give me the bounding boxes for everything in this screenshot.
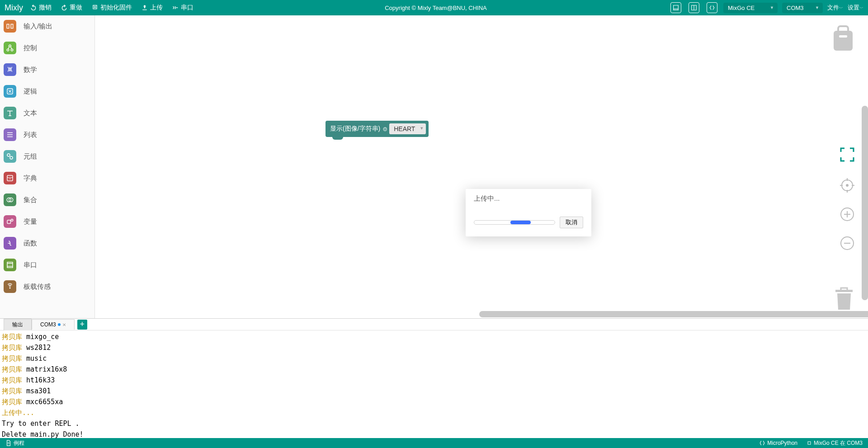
svg-point-4 (7, 154, 10, 156)
category-serial[interactable]: 串口 (0, 254, 94, 276)
category-label: 输入/输出 (24, 22, 52, 31)
category-label: 列表 (24, 131, 37, 139)
category-logic[interactable]: 逻辑 (0, 80, 94, 102)
console-line: Try to enter REPL . (2, 418, 866, 429)
svg-point-1 (7, 49, 9, 51)
console-line: Delete main.py Done! (2, 429, 866, 438)
svg-rect-9 (7, 220, 11, 224)
v-scrollbar-thumb[interactable] (862, 106, 868, 300)
connection-label: MixGo CE 在 COM3 (814, 439, 863, 447)
console-line: 拷贝库 mixgo_ce (2, 331, 866, 342)
init-button[interactable]: 初始化固件 (91, 4, 132, 12)
horizontal-scrollbar[interactable] (479, 311, 868, 317)
block-label: 显示(图像/字符串) (330, 125, 380, 133)
category-math[interactable]: 数学 (0, 59, 94, 80)
backpack[interactable] (832, 24, 854, 52)
redo-icon (61, 4, 68, 11)
category-label: 元组 (24, 152, 37, 161)
svg-point-2 (11, 49, 13, 51)
category-list[interactable]: 列表 (0, 124, 94, 146)
workspace[interactable]: 显示(图像/字符串) ⌾ HEART (95, 15, 868, 318)
zoom-out-button[interactable] (840, 236, 854, 250)
trash[interactable] (834, 286, 854, 311)
block-dropdown[interactable]: HEART (389, 123, 426, 134)
workspace-controls (840, 151, 854, 250)
control-icon (4, 42, 16, 54)
zoom-in-button[interactable] (840, 207, 854, 222)
svg-point-11 (9, 288, 11, 289)
top-toolbar: Mixly 撤销 重做 初始化固件 上传 串口 Copyright © Mixl… (0, 0, 868, 15)
port-select[interactable]: COM3 (782, 3, 823, 13)
file-icon (5, 440, 12, 446)
cancel-button[interactable]: 取消 (560, 217, 583, 228)
redo-label: 重做 (70, 4, 82, 12)
console-panel: 输出 COM3 ✕ + 拷贝库 mixgo_ce 拷贝库 ws2812 拷贝库 … (0, 318, 868, 438)
add-tab-button[interactable]: + (77, 320, 87, 330)
sensor-icon (4, 280, 16, 293)
console-line: 上传中... (2, 407, 866, 418)
category-set[interactable]: 集合 (0, 189, 94, 211)
vertical-scrollbar[interactable] (862, 106, 868, 300)
var-icon (4, 215, 16, 228)
category-text[interactable]: 文本 (0, 102, 94, 124)
category-var[interactable]: 变量 (0, 211, 94, 232)
tab-label: 输出 (12, 321, 23, 329)
tab-close-icon[interactable]: ✕ (62, 322, 66, 327)
display-block[interactable]: 显示(图像/字符串) ⌾ HEART (326, 121, 429, 137)
example-label: 例程 (14, 439, 24, 447)
category-control[interactable]: 控制 (0, 37, 94, 59)
svg-point-14 (846, 184, 849, 187)
output-tab[interactable]: 输出 (4, 319, 32, 330)
category-label: 数学 (24, 66, 37, 74)
console-line: 拷贝库 ws2812 (2, 342, 866, 353)
progress-bar (474, 220, 555, 225)
category-io[interactable]: 输入/输出 (0, 15, 94, 37)
list-icon (4, 128, 16, 141)
layout-btn-3[interactable] (707, 2, 717, 13)
console-tabs: 输出 COM3 ✕ + (0, 319, 868, 330)
func-icon (4, 237, 16, 250)
com3-tab[interactable]: COM3 ✕ (32, 319, 75, 330)
console-content[interactable]: 拷贝库 mixgo_ce 拷贝库 ws2812 拷贝库 music 拷贝库 ma… (0, 330, 868, 438)
code-icon (709, 5, 715, 11)
category-label: 控制 (24, 44, 37, 52)
chip-icon (807, 440, 812, 446)
center-button[interactable] (840, 178, 854, 193)
init-icon (91, 4, 99, 11)
language-indicator[interactable]: MicroPython (759, 440, 797, 446)
category-label: 逻辑 (24, 87, 37, 96)
category-label: 文本 (24, 109, 37, 118)
console-line: 拷贝库 music (2, 353, 866, 364)
console-line: 拷贝库 ht16k33 (2, 375, 866, 386)
dict-icon (4, 172, 16, 184)
example-button[interactable]: 例程 (5, 439, 24, 447)
upload-modal: 上传中... 取消 (466, 189, 591, 236)
svg-point-5 (10, 156, 13, 159)
category-sensor[interactable]: 板载传感 (0, 276, 94, 297)
category-func[interactable]: 函数 (0, 232, 94, 254)
upload-button[interactable]: 上传 (141, 4, 163, 12)
serial-button[interactable]: 串口 (172, 4, 193, 12)
text-icon (4, 107, 16, 119)
layout-btn-2[interactable] (689, 2, 699, 13)
modal-title: 上传中... (474, 194, 583, 203)
undo-label: 撤销 (39, 4, 52, 12)
connection-indicator[interactable]: MixGo CE 在 COM3 (807, 439, 863, 447)
board-select[interactable]: MixGo CE (723, 3, 778, 13)
split-icon (691, 5, 697, 11)
category-label: 串口 (24, 261, 37, 269)
category-tuple[interactable]: 元组 (0, 146, 94, 167)
undo-button[interactable]: 撤销 (30, 4, 52, 12)
category-dict[interactable]: 字典 (0, 167, 94, 189)
category-sidebar[interactable]: 输入/输出 控制 数学 逻辑 文本 (0, 15, 95, 318)
port-value: COM3 (787, 5, 804, 11)
settings-menu[interactable]: 设置﹀ (848, 4, 863, 12)
layout-btn-1[interactable] (670, 2, 681, 13)
svg-rect-17 (808, 442, 811, 444)
serial-icon (172, 4, 179, 11)
file-menu[interactable]: 文件﹀ (827, 4, 843, 12)
tab-label: COM3 (40, 321, 56, 328)
logic-icon (4, 85, 16, 98)
backpack-icon (832, 24, 854, 52)
redo-button[interactable]: 重做 (61, 4, 82, 12)
